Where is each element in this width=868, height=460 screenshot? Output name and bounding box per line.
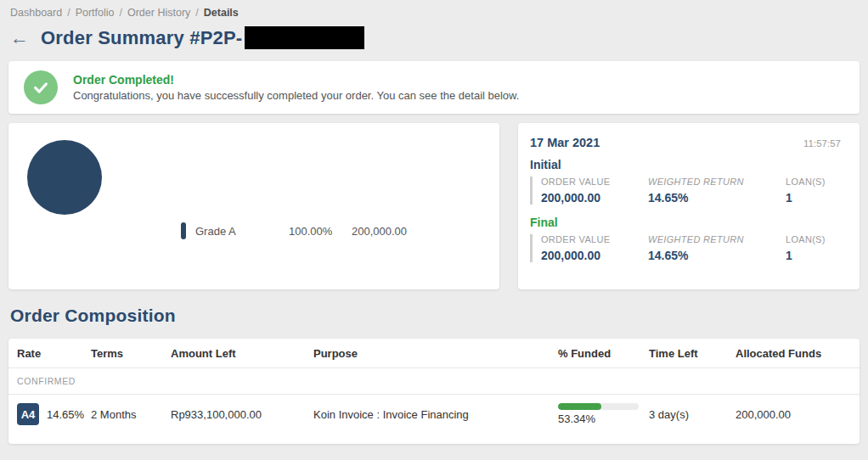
metric-order-value: ORDER VALUE 200,000.00 [541, 234, 648, 262]
metric-loans: LOAN(S) 1 [786, 177, 841, 205]
summary-date-row: 17 Mar 2021 11:57:57 [530, 136, 841, 149]
weighted-return: 14.65% [648, 191, 786, 205]
order-details-page: Dashboard / Portfolio / Order History / … [0, 0, 868, 444]
overview-cards: Grade A 100.00% 200,000.00 17 Mar 2021 1… [8, 123, 860, 289]
metric-weighted-return: WEIGHTED RETURN 14.65% [648, 234, 786, 262]
metric-order-value: ORDER VALUE 200,000.00 [541, 177, 648, 205]
order-composition-title: Order Composition [10, 306, 860, 326]
funded-progress-bar [558, 403, 639, 410]
allocated-funds-cell: 200,000.00 [736, 408, 851, 421]
time-left-cell: 3 day(s) [649, 408, 736, 421]
summary-time: 11:57:57 [803, 138, 841, 149]
allocation-chart-card: Grade A 100.00% 200,000.00 [8, 123, 499, 289]
breadcrumb-order-history[interactable]: Order History [127, 7, 190, 19]
loans-count: 1 [786, 249, 841, 262]
legend-label: Grade A [195, 225, 289, 238]
final-section-label: Final [530, 216, 841, 229]
breadcrumb-details-current: Details [204, 7, 239, 19]
column-header-funded: % Funded [558, 347, 649, 360]
allocation-pie-chart [27, 140, 102, 215]
legend-amount: 200,000.00 [352, 225, 407, 238]
breadcrumb-dashboard[interactable]: Dashboard [10, 7, 62, 19]
column-header-allocated-funds: Allocated Funds [736, 347, 851, 360]
alert-message: Congratulations, you have successfully c… [73, 89, 519, 102]
pie-legend-item: Grade A 100.00% 200,000.00 [181, 172, 407, 289]
column-header-amount-left: Amount Left [171, 347, 313, 360]
breadcrumb-separator: / [67, 7, 70, 19]
alert-title: Order Completed! [73, 73, 519, 87]
breadcrumb-separator: / [120, 7, 122, 19]
loans-count: 1 [786, 191, 841, 205]
order-summary-card: 17 Mar 2021 11:57:57 Initial ORDER VALUE… [518, 123, 860, 289]
table-row[interactable]: A4 14.65% 2 Months Rp933,100,000.00 Koin… [8, 395, 860, 434]
order-value-label: ORDER VALUE [541, 177, 648, 187]
metric-loans: LOAN(S) 1 [786, 234, 841, 262]
column-header-purpose: Purpose [313, 347, 558, 360]
legend-marker-grade-a [181, 222, 186, 239]
breadcrumb-portfolio[interactable]: Portfolio [76, 7, 115, 19]
order-composition-table: Rate Terms Amount Left Purpose % Funded … [8, 339, 860, 444]
funded-cell: 53.34% [558, 403, 649, 425]
initial-section-label: Initial [530, 158, 841, 171]
legend-percent: 100.00% [289, 225, 352, 238]
rate-cell: A4 14.65% [17, 403, 91, 425]
metric-weighted-return: WEIGHTED RETURN 14.65% [648, 177, 786, 205]
funded-percent-text: 53.34% [558, 412, 639, 425]
page-header: ← Order Summary #P2P- [8, 26, 860, 49]
order-value: 200,000.00 [541, 249, 648, 262]
weighted-return: 14.65% [648, 249, 786, 262]
table-header-row: Rate Terms Amount Left Purpose % Funded … [8, 339, 860, 368]
amount-left-cell: Rp933,100,000.00 [171, 408, 313, 421]
initial-metrics: ORDER VALUE 200,000.00 WEIGHTED RETURN 1… [530, 177, 841, 205]
column-header-time-left: Time Left [649, 347, 736, 360]
purpose-cell: Koin Invoice : Invoice Financing [313, 408, 558, 421]
order-value-label: ORDER VALUE [541, 234, 648, 244]
breadcrumb: Dashboard / Portfolio / Order History / … [8, 7, 860, 19]
page-title: Order Summary #P2P- [41, 27, 242, 49]
terms-cell: 2 Months [91, 408, 171, 421]
loans-label: LOAN(S) [786, 177, 841, 187]
confirmed-group-row: CONFIRMED [8, 368, 860, 395]
final-metrics: ORDER VALUE 200,000.00 WEIGHTED RETURN 1… [530, 234, 841, 262]
breadcrumb-separator: / [195, 7, 198, 19]
weighted-return-label: WEIGHTED RETURN [648, 234, 786, 244]
loans-label: LOAN(S) [786, 234, 841, 244]
summary-date: 17 Mar 2021 [530, 136, 600, 149]
redacted-order-id [245, 26, 364, 49]
funded-progress-fill [558, 403, 601, 410]
column-header-rate: Rate [17, 347, 91, 360]
weighted-return-label: WEIGHTED RETURN [648, 177, 786, 187]
back-arrow-icon[interactable]: ← [10, 29, 29, 48]
check-circle-icon [24, 70, 58, 104]
order-completed-alert: Order Completed! Congratulations, you ha… [8, 61, 860, 114]
confirmed-group-label: CONFIRMED [17, 376, 76, 386]
column-header-terms: Terms [91, 347, 171, 360]
alert-text: Order Completed! Congratulations, you ha… [73, 73, 519, 102]
order-value: 200,000.00 [541, 191, 648, 205]
rate-value: 14.65% [47, 408, 84, 421]
grade-badge: A4 [17, 403, 39, 425]
